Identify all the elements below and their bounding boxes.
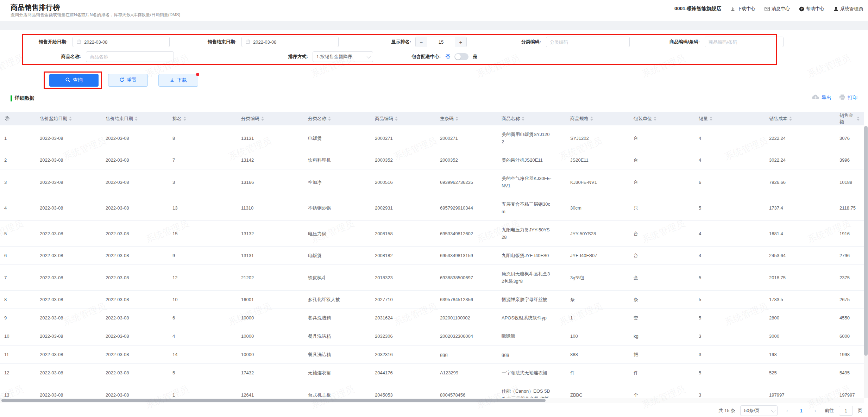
column-header[interactable]: 分类名称 [304, 116, 371, 122]
toggle-option-no[interactable]: 否 [446, 54, 450, 60]
column-header-label: 售价结束日期 [106, 116, 133, 122]
query-button[interactable]: 查询 [49, 74, 99, 87]
horizontal-scrollbar[interactable] [0, 398, 864, 403]
column-header[interactable]: 包装单位 [629, 116, 694, 122]
sort-caret-icon[interactable] [654, 117, 656, 121]
column-header[interactable]: 销售成本 [765, 116, 835, 122]
table-row[interactable]: 92022-03-082022-03-08610000餐具洗洁精20316242… [0, 309, 864, 327]
print-button[interactable]: 打印 [839, 94, 857, 101]
nav-help-center[interactable]: ? 帮助中心 [799, 6, 824, 12]
column-header[interactable]: 排名 [168, 116, 237, 122]
product-name-input[interactable] [86, 51, 174, 62]
sort-caret-icon[interactable] [590, 117, 593, 121]
include-dc-toggle[interactable] [454, 53, 468, 60]
column-header[interactable]: 商品名称 [497, 116, 566, 122]
table-cell: 件 [629, 364, 694, 382]
table-row[interactable]: 42022-03-082022-03-081311310不锈钢炒锅2002931… [0, 195, 864, 221]
table-cell: 4 [694, 247, 765, 264]
category-code-input[interactable] [546, 37, 630, 47]
table-row[interactable]: 62022-03-082022-03-08913131电饭煲2008182695… [0, 247, 864, 265]
table-row[interactable]: 52022-03-082022-03-081513132电压力锅20081586… [0, 221, 864, 247]
sort-caret-icon[interactable] [183, 117, 186, 121]
page-size-select[interactable]: 50条/页 [740, 405, 778, 416]
rank-plus-button[interactable]: + [455, 37, 466, 47]
vertical-scrollbar-thumb[interactable] [864, 126, 868, 356]
column-settings[interactable] [0, 116, 36, 122]
table-cell: 2032316 [371, 346, 436, 363]
prev-page-button[interactable]: ‹ [782, 408, 792, 413]
sale-end-date-input[interactable] [241, 37, 339, 47]
sort-caret-icon[interactable] [857, 117, 860, 121]
table-cell: 10000 [237, 327, 304, 345]
gear-icon [4, 116, 10, 122]
sale-start-date-input[interactable] [73, 37, 170, 47]
sort-mode-label: 排序方式: [262, 51, 308, 62]
table-header-row: 售价起始日期售价结束日期排名分类编码分类名称商品编码主条码商品名称商品规格包装单… [0, 112, 864, 125]
sort-caret-icon[interactable] [328, 117, 331, 121]
nav-download-center[interactable]: 下载中心 [730, 6, 755, 12]
sort-mode-select[interactable]: 1.按销售金额降序 [313, 51, 373, 62]
column-header[interactable]: 销量 [694, 116, 765, 122]
nav-user[interactable]: 系统管理员 [834, 6, 863, 12]
download-button[interactable]: 下载 [158, 74, 198, 87]
toggle-option-yes[interactable]: 是 [473, 54, 477, 60]
column-header[interactable]: 售价结束日期 [101, 116, 168, 122]
table-cell: 3996 [835, 151, 864, 169]
next-page-button[interactable]: › [811, 408, 820, 413]
column-header[interactable]: 售价起始日期 [36, 116, 101, 122]
table-cell: 电饭煲 [304, 129, 371, 147]
table-row[interactable]: 122022-03-082022-03-08517432无袖连衣裙2044176… [0, 364, 864, 382]
table-cell: 1737.4 [765, 199, 835, 217]
sale-end-date-value [253, 39, 335, 45]
reset-button[interactable]: 重置 [108, 74, 148, 87]
rank-minus-button[interactable]: − [416, 37, 427, 47]
table-row[interactable]: 112022-03-082022-03-081410000餐具洗洁精203231… [0, 346, 864, 364]
table-cell: 2045053 [371, 386, 436, 398]
current-page[interactable]: 1 [797, 408, 806, 413]
column-header[interactable]: 商品编码 [371, 116, 436, 122]
table-row[interactable]: 22022-03-082022-03-08713142饮料料理机20003522… [0, 151, 864, 169]
column-header-label: 销售金额 [839, 112, 855, 125]
table-cell: 2022-03-08 [101, 346, 168, 363]
table-row[interactable]: 32022-03-082022-03-08313166空加净2000516693… [0, 169, 864, 195]
table-row[interactable]: 12022-03-082022-03-08813131电饭煲2000271200… [0, 125, 864, 151]
sort-caret-icon[interactable] [522, 117, 524, 121]
horizontal-scrollbar-thumb[interactable] [1, 399, 546, 402]
nav-message-center[interactable]: 消息中心 [765, 6, 790, 12]
table-cell: 9 [168, 247, 237, 264]
sort-caret-icon[interactable] [455, 117, 458, 121]
sort-caret-icon[interactable] [789, 117, 792, 121]
table-row[interactable]: 72022-03-082022-03-081221202铁皮枫斗20183236… [0, 265, 864, 291]
table-cell: 佳能（Canon）EOS 5D III 大三元组合套机 佳能 [497, 382, 566, 398]
rank-value[interactable]: 15 [427, 37, 455, 47]
table-cell: 5 [694, 309, 765, 327]
vertical-scrollbar[interactable] [864, 126, 868, 398]
column-header[interactable]: 商品规格 [566, 116, 629, 122]
table-cell: 2008158 [371, 225, 436, 243]
mail-icon [765, 7, 770, 11]
sort-caret-icon[interactable] [395, 117, 398, 121]
table-cell: 2008182 [371, 247, 436, 264]
column-header-label: 销量 [699, 116, 708, 122]
sort-caret-icon[interactable] [710, 117, 712, 121]
goto-page-input[interactable] [839, 406, 853, 416]
sort-caret-icon[interactable] [261, 117, 264, 121]
product-code-label: 商品编码/条码: [653, 37, 700, 47]
column-header[interactable]: 分类编码 [237, 116, 304, 122]
table-row[interactable]: 82022-03-082022-03-081016001多孔化纤双人被20277… [0, 291, 864, 309]
sort-caret-icon[interactable] [69, 117, 72, 121]
column-header[interactable]: 销售金额 [835, 112, 864, 125]
table-cell: 2022-03-08 [101, 291, 168, 309]
table-row[interactable]: 132022-03-082022-03-08112641台式机主板2045053… [0, 382, 864, 398]
column-header[interactable]: 主条码 [436, 116, 497, 122]
table-cell: 2022-03-08 [36, 199, 101, 217]
table-row[interactable]: 102022-03-082022-03-08410000餐具洗洁精2032306… [0, 327, 864, 346]
table-cell: 3g*8包 [566, 269, 629, 287]
table-cell: 5 [694, 364, 765, 382]
product-code-input[interactable] [705, 37, 784, 47]
table-cell: 2031624 [371, 309, 436, 327]
export-button[interactable]: 导出 [812, 94, 831, 101]
nav-message-label: 消息中心 [772, 6, 790, 12]
table-cell: ggg [436, 346, 497, 363]
sort-caret-icon[interactable] [135, 117, 138, 121]
